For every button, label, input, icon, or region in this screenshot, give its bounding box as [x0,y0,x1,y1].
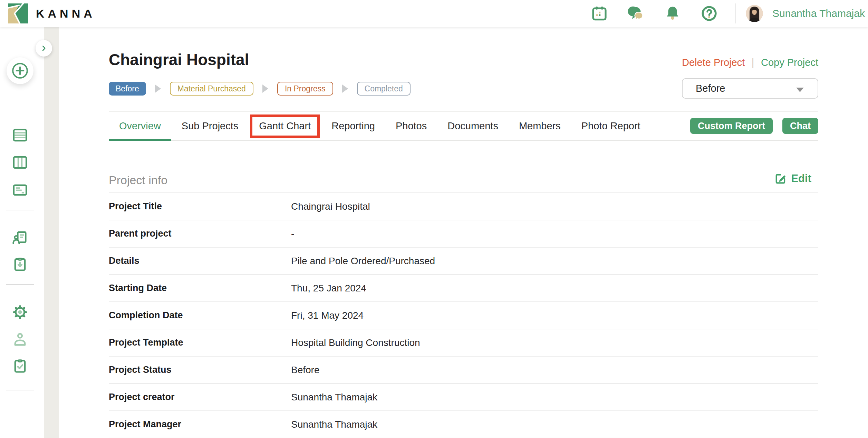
section-title: Project info [109,173,167,187]
tab-members[interactable]: Members [509,112,571,140]
status-step-material-purchased[interactable]: Material Purchased [170,82,253,96]
page-title: Chaingrai Hospital [109,50,249,69]
calendar-icon[interactable] [591,5,608,22]
step-arrow-icon [342,84,348,93]
header-divider [735,3,736,23]
brand-name: KANNA [36,0,96,27]
table-row: Details Pile and Pole Ordered/Purchased [109,248,818,275]
status-steps: Before Material Purchased In Progress Co… [109,82,411,96]
custom-report-button[interactable]: Custom Report [690,118,773,134]
status-dropdown-value: Before [696,83,725,94]
top-icon-group [591,0,717,27]
sidebar-expand-button[interactable] [36,40,52,57]
delete-project-link[interactable]: Delete Project [682,57,745,68]
user-name[interactable]: Sunantha Thamajak [772,0,865,27]
project-tab-bar: Overview Sub Projects Gantt Chart Report… [109,111,818,141]
table-row: Parent project - [109,220,818,248]
chevron-down-icon [796,88,804,92]
chevron-right-icon [40,44,48,52]
step-arrow-icon [262,84,268,93]
row-label: Project Template [109,337,291,348]
row-value: Before [291,365,320,376]
row-value: Hospital Building Construction [291,337,420,348]
tab-buttons: Custom Report Chat [690,118,818,134]
step-arrow-icon [155,84,161,93]
sidebar-divider [6,284,34,285]
plus-circle-icon [11,62,29,79]
tab-gantt-chart-label: Gantt Chart [259,120,311,132]
tab-sub-projects[interactable]: Sub Projects [171,112,249,140]
table-row: Project Status Before [109,357,818,384]
tab-overview[interactable]: Overview [109,112,171,140]
status-step-completed[interactable]: Completed [357,82,411,96]
status-step-before[interactable]: Before [109,82,146,96]
row-value: Fri, 31 May 2024 [291,310,364,321]
row-value: Chaingrai Hospital [291,201,370,212]
sidebar-item-members[interactable] [12,230,28,246]
kanna-logo-icon[interactable] [8,3,28,23]
row-label: Project Title [109,201,291,212]
sidebar-item-board-columns[interactable] [12,155,28,170]
sidebar-item-settings[interactable] [12,304,28,320]
row-value: Sunantha Thamajak [291,419,377,430]
row-label: Project Manager [109,419,291,430]
table-row: Project Manager Sunantha Thamajak [109,411,818,438]
project-info-table: Project Title Chaingrai Hospital Parent … [109,192,818,438]
sidebar-divider [6,210,34,210]
sidebar-item-project-list[interactable] [12,127,28,143]
tab-reporting[interactable]: Reporting [321,112,385,140]
help-icon[interactable] [701,5,717,22]
tab-gantt-chart[interactable]: Gantt Chart [249,112,321,140]
user-avatar[interactable] [746,5,763,22]
status-dropdown[interactable]: Before [682,78,818,99]
tab-documents[interactable]: Documents [437,112,509,140]
row-label: Project creator [109,392,291,402]
add-project-button[interactable] [7,57,33,84]
app-window: KANNA [0,0,868,438]
table-row: Completion Date Fri, 31 May 2024 [109,302,818,329]
row-value: - [291,228,294,239]
tab-photo-report[interactable]: Photo Report [571,112,651,140]
row-label: Starting Date [109,283,291,293]
sidebar-item-card-view[interactable] [12,182,28,198]
row-label: Details [109,256,291,266]
table-row: Starting Date Thu, 25 Jan 2024 [109,275,818,302]
tab-photos[interactable]: Photos [385,112,437,140]
sidebar-gutter [44,27,59,438]
edit-pencil-icon [774,172,787,185]
notifications-icon[interactable] [664,5,681,22]
row-value: Sunantha Thamajak [291,392,377,403]
row-value: Pile and Pole Ordered/Purchased [291,256,435,267]
sidebar-divider [6,390,34,390]
sidebar-item-import[interactable] [12,257,28,272]
row-label: Completion Date [109,310,291,321]
table-row: Project Template Hospital Building Const… [109,329,818,357]
status-step-in-progress[interactable]: In Progress [277,82,333,96]
project-actions: Delete Project | Copy Project [682,57,818,68]
chat-icon[interactable] [628,5,644,22]
row-label: Project Status [109,365,291,375]
table-row: Project Title Chaingrai Hospital [109,193,818,220]
edit-project-link[interactable]: Edit [774,172,811,185]
copy-project-link[interactable]: Copy Project [761,57,818,68]
row-label: Parent project [109,228,291,239]
actions-separator: | [752,57,754,68]
sidebar-item-tasks[interactable] [12,358,28,374]
table-row: Project creator Sunantha Thamajak [109,384,818,411]
edit-label: Edit [791,172,811,185]
top-bar: KANNA [0,0,868,27]
sidebar-item-account[interactable] [12,331,28,347]
sidebar [0,27,44,438]
row-value: Thu, 25 Jan 2024 [291,283,366,294]
chat-button[interactable]: Chat [782,118,818,134]
